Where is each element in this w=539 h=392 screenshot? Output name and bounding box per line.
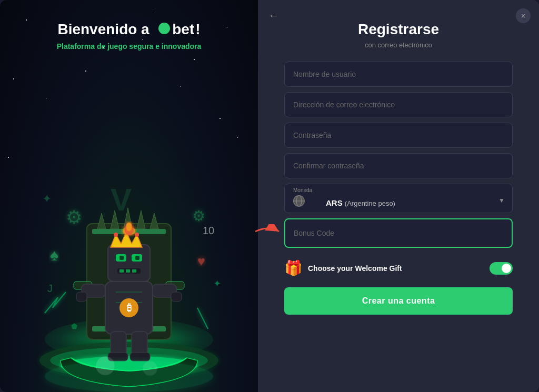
email-group: [284, 92, 513, 117]
currency-icon: [293, 195, 305, 207]
svg-text:♠: ♠: [50, 246, 58, 264]
gift-icon: 🎁: [284, 259, 303, 277]
svg-text:10: 10: [203, 225, 214, 236]
welcome-prefix: Bienvenido a: [57, 21, 149, 37]
svg-text:₿: ₿: [127, 303, 132, 313]
welcome-title: Bienvenido a bet !: [57, 21, 200, 38]
create-account-button[interactable]: Crear una cuenta: [284, 287, 513, 315]
register-title: Registrarse: [358, 21, 439, 38]
confirm-password-input[interactable]: [284, 153, 513, 178]
svg-text:♥: ♥: [197, 254, 205, 268]
username-group: [284, 62, 513, 87]
password-input[interactable]: [284, 123, 513, 148]
svg-rect-22: [135, 256, 139, 260]
svg-point-30: [114, 233, 118, 237]
left-subtitle: Plataforma de juego segura e innovadora: [57, 42, 202, 51]
currency-code: ARS (Argentine peso): [326, 198, 395, 207]
currency-label: Moneda: [293, 187, 312, 193]
svg-point-29: [135, 233, 139, 237]
currency-group: Moneda ARS (Argentine peso) ▼: [284, 184, 513, 213]
svg-marker-6: [97, 213, 106, 229]
email-input[interactable]: [284, 92, 513, 117]
svg-text:✦: ✦: [213, 278, 221, 289]
svg-marker-9: [137, 210, 145, 229]
svg-rect-24: [119, 269, 124, 273]
svg-point-54: [45, 360, 213, 392]
svg-text:J: J: [47, 283, 53, 294]
close-icon: ×: [521, 12, 525, 20]
svg-point-33: [126, 223, 132, 231]
welcome-gift-toggle[interactable]: [490, 262, 513, 275]
svg-rect-36: [76, 292, 87, 301]
confirm-password-group: [284, 153, 513, 178]
username-input[interactable]: [284, 62, 513, 87]
brand-name: bet !: [153, 21, 200, 38]
brand-text: bet: [172, 21, 194, 38]
arrow-indicator: [253, 224, 282, 242]
svg-rect-41: [130, 353, 150, 361]
svg-rect-21: [119, 256, 124, 260]
svg-text:⚙: ⚙: [66, 207, 82, 227]
right-panel: ← × Registrarse con correo electrónico M…: [258, 0, 539, 392]
register-subtitle: con correo electrónico: [365, 41, 432, 49]
currency-select[interactable]: Moneda ARS (Argentine peso) ▼: [284, 184, 513, 213]
svg-rect-39: [132, 331, 147, 355]
bonus-code-input[interactable]: [284, 218, 513, 248]
svg-rect-26: [132, 269, 136, 273]
chevron-down-icon: ▼: [498, 197, 505, 204]
illustration: ₿: [18, 129, 239, 392]
svg-text:✦: ✦: [42, 192, 52, 205]
close-button[interactable]: ×: [516, 8, 531, 23]
brand-dot: [158, 23, 170, 34]
svg-marker-10: [150, 213, 158, 229]
svg-rect-38: [111, 331, 126, 355]
svg-rect-37: [171, 292, 182, 301]
left-panel: Bienvenido a bet ! Plataforma de juego s…: [0, 0, 258, 392]
welcome-gift-label: Choose your Welcome Gift: [308, 264, 484, 273]
svg-text:⚙: ⚙: [192, 208, 205, 224]
svg-text:⬟: ⬟: [71, 322, 77, 330]
brand-suffix: !: [195, 21, 200, 38]
back-button[interactable]: ←: [268, 9, 279, 22]
password-group: [284, 123, 513, 148]
svg-rect-18: [108, 245, 150, 282]
svg-rect-25: [126, 269, 130, 273]
bonus-code-group: [284, 218, 513, 248]
svg-text:V: V: [111, 182, 132, 217]
modal: Bienvenido a bet ! Plataforma de juego s…: [0, 0, 539, 392]
welcome-gift-row: 🎁 Choose your Welcome Gift: [284, 259, 513, 277]
